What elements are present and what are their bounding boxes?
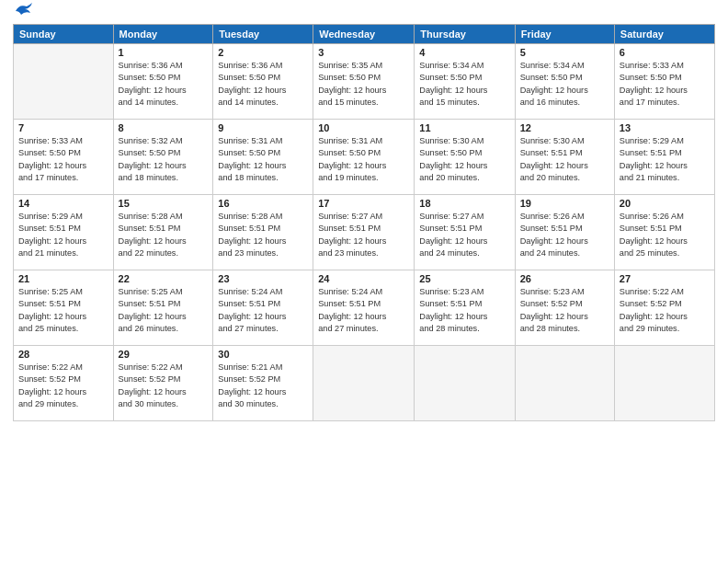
day-number: 21 <box>18 273 108 284</box>
day-number: 19 <box>520 198 609 209</box>
week-row-2: 7Sunrise: 5:33 AM Sunset: 5:50 PM Daylig… <box>14 120 715 195</box>
day-info: Sunrise: 5:26 AM Sunset: 5:51 PM Dayligh… <box>520 211 609 259</box>
day-number: 27 <box>620 273 710 284</box>
calendar-cell: 28Sunrise: 5:22 AM Sunset: 5:52 PM Dayli… <box>14 346 114 421</box>
day-number: 18 <box>419 198 509 209</box>
calendar-header-row: SundayMondayTuesdayWednesdayThursdayFrid… <box>14 25 715 44</box>
calendar-cell: 15Sunrise: 5:28 AM Sunset: 5:51 PM Dayli… <box>113 195 213 270</box>
calendar-cell: 18Sunrise: 5:27 AM Sunset: 5:51 PM Dayli… <box>415 195 515 270</box>
day-info: Sunrise: 5:27 AM Sunset: 5:51 PM Dayligh… <box>318 211 409 259</box>
day-number: 8 <box>119 122 209 133</box>
calendar-cell: 1Sunrise: 5:36 AM Sunset: 5:50 PM Daylig… <box>113 44 213 120</box>
day-number: 12 <box>520 122 609 133</box>
day-info: Sunrise: 5:26 AM Sunset: 5:51 PM Dayligh… <box>620 211 710 259</box>
week-row-1: 1Sunrise: 5:36 AM Sunset: 5:50 PM Daylig… <box>14 44 715 120</box>
day-number: 29 <box>119 349 209 360</box>
calendar-cell: 12Sunrise: 5:30 AM Sunset: 5:51 PM Dayli… <box>515 120 614 195</box>
calendar-cell: 22Sunrise: 5:25 AM Sunset: 5:51 PM Dayli… <box>113 270 213 346</box>
calendar-header-sunday: Sunday <box>14 25 114 44</box>
calendar-cell: 30Sunrise: 5:21 AM Sunset: 5:52 PM Dayli… <box>213 346 313 421</box>
calendar-cell: 17Sunrise: 5:27 AM Sunset: 5:51 PM Dayli… <box>313 195 415 270</box>
calendar-cell: 26Sunrise: 5:23 AM Sunset: 5:52 PM Dayli… <box>515 270 614 346</box>
day-info: Sunrise: 5:21 AM Sunset: 5:52 PM Dayligh… <box>218 362 308 410</box>
bird-icon <box>14 2 34 18</box>
day-number: 22 <box>119 273 209 284</box>
day-info: Sunrise: 5:29 AM Sunset: 5:51 PM Dayligh… <box>18 211 108 259</box>
day-info: Sunrise: 5:31 AM Sunset: 5:50 PM Dayligh… <box>318 135 409 184</box>
calendar-table: SundayMondayTuesdayWednesdayThursdayFrid… <box>13 24 715 421</box>
calendar-header-thursday: Thursday <box>415 25 515 44</box>
day-info: Sunrise: 5:34 AM Sunset: 5:50 PM Dayligh… <box>419 60 509 109</box>
day-info: Sunrise: 5:28 AM Sunset: 5:51 PM Dayligh… <box>119 211 209 259</box>
day-info: Sunrise: 5:22 AM Sunset: 5:52 PM Dayligh… <box>620 286 710 335</box>
calendar-cell <box>14 44 114 120</box>
calendar-header-saturday: Saturday <box>614 25 714 44</box>
day-info: Sunrise: 5:30 AM Sunset: 5:50 PM Dayligh… <box>419 135 509 184</box>
day-number: 4 <box>419 47 509 58</box>
day-info: Sunrise: 5:25 AM Sunset: 5:51 PM Dayligh… <box>18 286 108 335</box>
calendar-cell <box>614 346 714 421</box>
day-info: Sunrise: 5:36 AM Sunset: 5:50 PM Dayligh… <box>119 60 209 109</box>
calendar-cell <box>515 346 614 421</box>
calendar-cell: 25Sunrise: 5:23 AM Sunset: 5:51 PM Dayli… <box>415 270 515 346</box>
day-number: 10 <box>318 122 409 133</box>
day-info: Sunrise: 5:27 AM Sunset: 5:51 PM Dayligh… <box>419 211 509 259</box>
day-number: 6 <box>620 47 710 58</box>
day-number: 16 <box>218 198 308 209</box>
calendar-cell: 24Sunrise: 5:24 AM Sunset: 5:51 PM Dayli… <box>313 270 415 346</box>
calendar-cell: 14Sunrise: 5:29 AM Sunset: 5:51 PM Dayli… <box>14 195 114 270</box>
day-number: 15 <box>119 198 209 209</box>
day-info: Sunrise: 5:24 AM Sunset: 5:51 PM Dayligh… <box>318 286 409 335</box>
calendar-cell: 7Sunrise: 5:33 AM Sunset: 5:50 PM Daylig… <box>14 120 114 195</box>
calendar-cell: 27Sunrise: 5:22 AM Sunset: 5:52 PM Dayli… <box>614 270 714 346</box>
page-header <box>13 9 715 18</box>
calendar-cell: 3Sunrise: 5:35 AM Sunset: 5:50 PM Daylig… <box>313 44 415 120</box>
day-number: 30 <box>218 349 308 360</box>
calendar-cell: 13Sunrise: 5:29 AM Sunset: 5:51 PM Dayli… <box>614 120 714 195</box>
week-row-5: 28Sunrise: 5:22 AM Sunset: 5:52 PM Dayli… <box>14 346 715 421</box>
calendar-header-tuesday: Tuesday <box>213 25 313 44</box>
day-number: 14 <box>18 198 108 209</box>
day-info: Sunrise: 5:34 AM Sunset: 5:50 PM Dayligh… <box>520 60 609 109</box>
day-info: Sunrise: 5:33 AM Sunset: 5:50 PM Dayligh… <box>620 60 710 109</box>
day-info: Sunrise: 5:30 AM Sunset: 5:51 PM Dayligh… <box>520 135 609 184</box>
day-number: 2 <box>218 47 308 58</box>
day-info: Sunrise: 5:22 AM Sunset: 5:52 PM Dayligh… <box>18 362 108 410</box>
calendar-cell: 21Sunrise: 5:25 AM Sunset: 5:51 PM Dayli… <box>14 270 114 346</box>
calendar-cell <box>415 346 515 421</box>
calendar-cell: 5Sunrise: 5:34 AM Sunset: 5:50 PM Daylig… <box>515 44 614 120</box>
day-info: Sunrise: 5:29 AM Sunset: 5:51 PM Dayligh… <box>620 135 710 184</box>
day-number: 25 <box>419 273 509 284</box>
calendar-cell: 2Sunrise: 5:36 AM Sunset: 5:50 PM Daylig… <box>213 44 313 120</box>
day-number: 17 <box>318 198 409 209</box>
day-number: 5 <box>520 47 609 58</box>
calendar-cell: 19Sunrise: 5:26 AM Sunset: 5:51 PM Dayli… <box>515 195 614 270</box>
logo <box>13 9 34 18</box>
day-info: Sunrise: 5:36 AM Sunset: 5:50 PM Dayligh… <box>218 60 308 109</box>
day-number: 3 <box>318 47 409 58</box>
day-info: Sunrise: 5:22 AM Sunset: 5:52 PM Dayligh… <box>119 362 209 410</box>
day-number: 1 <box>119 47 209 58</box>
day-info: Sunrise: 5:25 AM Sunset: 5:51 PM Dayligh… <box>119 286 209 335</box>
day-number: 28 <box>18 349 108 360</box>
day-info: Sunrise: 5:23 AM Sunset: 5:52 PM Dayligh… <box>520 286 609 335</box>
day-number: 9 <box>218 122 308 133</box>
day-info: Sunrise: 5:35 AM Sunset: 5:50 PM Dayligh… <box>318 60 409 109</box>
calendar-cell <box>313 346 415 421</box>
day-info: Sunrise: 5:33 AM Sunset: 5:50 PM Dayligh… <box>18 135 108 184</box>
day-info: Sunrise: 5:32 AM Sunset: 5:50 PM Dayligh… <box>119 135 209 184</box>
calendar-cell: 8Sunrise: 5:32 AM Sunset: 5:50 PM Daylig… <box>113 120 213 195</box>
day-number: 13 <box>620 122 710 133</box>
day-number: 24 <box>318 273 409 284</box>
calendar-header-friday: Friday <box>515 25 614 44</box>
calendar-header-wednesday: Wednesday <box>313 25 415 44</box>
day-info: Sunrise: 5:28 AM Sunset: 5:51 PM Dayligh… <box>218 211 308 259</box>
calendar-cell: 9Sunrise: 5:31 AM Sunset: 5:50 PM Daylig… <box>213 120 313 195</box>
day-number: 23 <box>218 273 308 284</box>
week-row-3: 14Sunrise: 5:29 AM Sunset: 5:51 PM Dayli… <box>14 195 715 270</box>
calendar-cell: 6Sunrise: 5:33 AM Sunset: 5:50 PM Daylig… <box>614 44 714 120</box>
day-number: 26 <box>520 273 609 284</box>
day-info: Sunrise: 5:23 AM Sunset: 5:51 PM Dayligh… <box>419 286 509 335</box>
day-number: 20 <box>620 198 710 209</box>
calendar-cell: 11Sunrise: 5:30 AM Sunset: 5:50 PM Dayli… <box>415 120 515 195</box>
